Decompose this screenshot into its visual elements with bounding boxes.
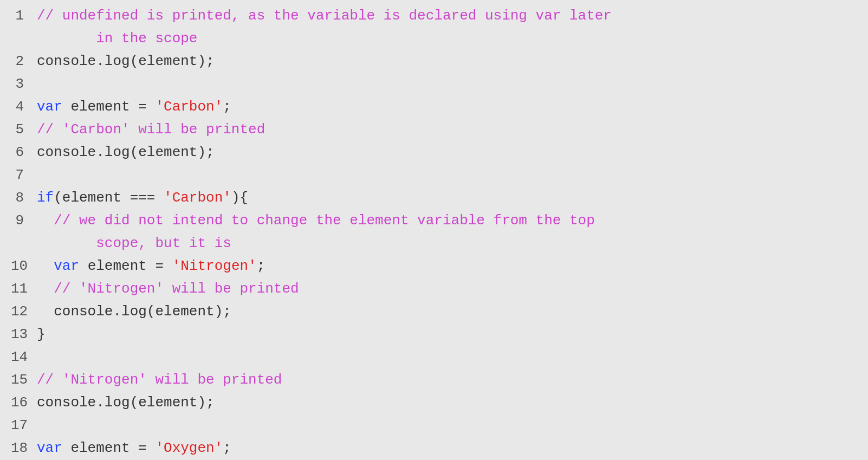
plain-token: ){ [231,190,248,206]
code-line-5: 5 // 'Carbon' will be printed [0,118,868,141]
code-line-6: 6 console.log(element); [0,141,868,164]
line-content-10: var element = 'Nitrogen'; [37,255,857,277]
line-number-15: 15 [11,368,37,391]
line-number-17: 17 [11,414,37,437]
plain-token: ; [223,99,231,115]
line-number-13: 13 [11,323,37,346]
plain-token: (element === [54,190,164,206]
plain-token: console.log(element); [37,303,231,320]
code-line-15: 15 // 'Nitrogen' will be printed [0,368,868,391]
line-content-8: if(element === 'Carbon'){ [37,186,857,209]
line-number-7: 7 [11,164,37,186]
line-number-16: 16 [11,391,37,414]
plain-token: ; [223,440,231,456]
code-line-17: 17 [0,414,868,437]
code-line-8: 8 if(element === 'Carbon'){ [0,186,868,209]
line-number-6: 6 [11,141,37,164]
code-line-1: 1 // undefined is printed, as the variab… [0,4,868,50]
plain-token: element = [79,258,172,274]
keyword-token: var [37,99,62,115]
code-line-11: 11 // 'Nitrogen' will be printed [0,277,868,300]
line-number-3: 3 [11,73,37,95]
code-line-7: 7 [0,164,868,186]
plain-token: console.log(element); [37,53,215,69]
line-number-8: 8 [11,186,37,209]
comment-token: // 'Nitrogen' will be printed [37,281,299,297]
line-content-9: // we did not intend to change the eleme… [37,209,857,255]
comment-token: // 'Nitrogen' will be printed [37,372,282,388]
line-number-10: 10 [11,255,37,277]
keyword-token: var [37,440,62,456]
keyword-token: if [37,190,54,206]
line-content-12: console.log(element); [37,300,857,323]
plain-token: console.log(element); [37,144,215,160]
line-number-1: 1 [11,4,37,27]
plain-token: } [37,326,46,342]
plain-token: console.log(element); [37,394,215,411]
code-line-16: 16 console.log(element); [0,391,868,414]
comment-token: // 'Carbon' will be printed [37,121,265,138]
code-container: 1 // undefined is printed, as the variab… [0,0,868,460]
line-content-1: // undefined is printed, as the variable… [37,4,857,50]
plain-token [37,258,54,274]
code-line-13: 13 } [0,323,868,346]
plain-token: ; [257,258,265,274]
code-line-4: 4 var element = 'Carbon'; [0,95,868,118]
keyword-token: var [54,258,79,274]
line-content-4: var element = 'Carbon'; [37,95,857,118]
code-line-2: 2 console.log(element); [0,50,868,73]
line-content-15: // 'Nitrogen' will be printed [37,368,857,391]
line-content-6: console.log(element); [37,141,857,164]
code-line-10: 10 var element = 'Nitrogen'; [0,255,868,277]
string-token: 'Nitrogen' [172,258,257,274]
line-number-11: 11 [11,277,37,300]
code-line-14: 14 [0,346,868,368]
line-content-16: console.log(element); [37,391,857,414]
line-number-18: 18 [11,437,37,459]
line-content-5: // 'Carbon' will be printed [37,118,857,141]
code-line-12: 12 console.log(element); [0,300,868,323]
line-content-17 [37,414,857,437]
line-content-13: } [37,323,857,346]
line-number-5: 5 [11,118,37,141]
line-number-4: 4 [11,95,37,118]
line-content-18: var element = 'Oxygen'; [37,437,857,459]
comment-token: // undefined is printed, as the variable… [37,8,612,47]
line-content-14 [37,346,857,368]
line-number-9: 9 [11,209,37,232]
plain-token: element = [62,99,156,115]
string-token: 'Carbon' [155,99,223,115]
code-line-9: 9 // we did not intend to change the ele… [0,209,868,255]
line-content-11: // 'Nitrogen' will be printed [37,277,857,300]
line-number-2: 2 [11,50,37,73]
line-content-3 [37,73,857,95]
plain-token: element = [62,440,156,456]
line-content-2: console.log(element); [37,50,857,73]
code-line-18: 18 var element = 'Oxygen'; [0,437,868,459]
line-number-12: 12 [11,300,37,323]
code-line-3: 3 [0,73,868,95]
comment-token: // we did not intend to change the eleme… [37,212,595,251]
string-token: 'Oxygen' [155,440,223,456]
line-number-14: 14 [11,346,37,368]
line-content-7 [37,164,857,186]
string-token: 'Carbon' [164,190,231,206]
